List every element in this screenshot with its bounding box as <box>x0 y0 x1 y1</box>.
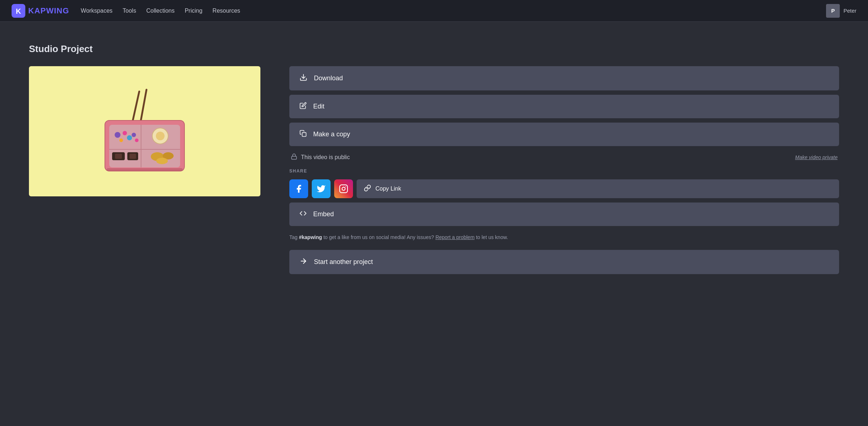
svg-rect-19 <box>129 154 136 159</box>
logo-icon: K <box>12 4 25 18</box>
content-area: Download Edit <box>29 66 839 274</box>
svg-point-22 <box>156 158 168 164</box>
edit-button[interactable]: Edit <box>289 95 839 118</box>
download-button[interactable]: Download <box>289 66 839 90</box>
svg-point-13 <box>135 139 139 142</box>
navbar-right: P Peter <box>826 4 856 18</box>
page-title: Studio Project <box>29 43 839 55</box>
link-icon <box>364 184 371 193</box>
facebook-share-button[interactable] <box>289 179 308 198</box>
svg-rect-26 <box>292 156 297 159</box>
copy-icon <box>299 130 307 139</box>
edit-icon <box>299 102 307 111</box>
make-private-link[interactable]: Make video private <box>795 154 838 160</box>
make-copy-button[interactable]: Make a copy <box>289 123 839 146</box>
svg-line-3 <box>140 90 146 123</box>
video-thumbnail <box>29 66 260 196</box>
nav-item-workspaces[interactable]: Workspaces <box>81 8 112 14</box>
svg-rect-17 <box>115 154 122 159</box>
user-name: Peter <box>843 8 856 14</box>
video-preview <box>29 66 260 196</box>
tag-text: Tag #kapwing to get a like from us on so… <box>289 230 839 244</box>
share-label: SHARE <box>289 169 839 174</box>
start-another-project-button[interactable]: Start another project <box>289 250 839 274</box>
user-avatar[interactable]: P <box>826 4 840 18</box>
report-problem-link[interactable]: Report a problem <box>435 234 475 240</box>
tag-prefix: Tag <box>289 234 299 240</box>
share-section: SHARE <box>289 169 839 175</box>
embed-button[interactable]: Embed <box>289 203 839 226</box>
main-content: Studio Project <box>0 22 868 296</box>
svg-text:K: K <box>16 7 21 15</box>
bento-illustration <box>83 84 206 178</box>
svg-rect-5 <box>109 125 180 167</box>
download-icon <box>299 73 307 83</box>
svg-point-15 <box>156 132 165 140</box>
copy-link-button[interactable]: Copy Link <box>357 179 839 198</box>
navbar-left: K KAPWING Workspaces Tools Collections P… <box>12 4 240 18</box>
tag-suffix: to let us know. <box>475 234 508 240</box>
visibility-row: This video is public Make video private <box>289 150 839 164</box>
tag-middle: to get a like from us on social media! A… <box>322 234 435 240</box>
visibility-left: This video is public <box>291 153 350 161</box>
instagram-share-button[interactable] <box>334 179 353 198</box>
svg-rect-25 <box>302 133 306 137</box>
lock-icon <box>291 153 297 161</box>
svg-point-9 <box>123 131 127 135</box>
svg-point-12 <box>132 133 136 137</box>
svg-point-8 <box>115 132 120 138</box>
svg-rect-27 <box>340 185 348 193</box>
svg-point-11 <box>119 139 123 142</box>
nav-links: Workspaces Tools Collections Pricing Res… <box>81 8 240 14</box>
nav-item-tools[interactable]: Tools <box>123 8 136 14</box>
nav-item-collections[interactable]: Collections <box>146 8 174 14</box>
actions-panel: Download Edit <box>289 66 839 274</box>
svg-rect-23 <box>107 168 183 171</box>
share-row: Copy Link <box>289 179 839 198</box>
embed-icon <box>299 210 307 219</box>
twitter-share-button[interactable] <box>312 179 331 198</box>
navbar: K KAPWING Workspaces Tools Collections P… <box>0 0 868 22</box>
svg-point-10 <box>127 135 132 140</box>
logo-text: KAPWING <box>28 6 69 16</box>
arrow-right-icon <box>299 257 307 267</box>
logo[interactable]: K KAPWING <box>12 4 69 18</box>
svg-line-2 <box>132 91 139 124</box>
nav-item-pricing[interactable]: Pricing <box>185 8 203 14</box>
nav-item-resources[interactable]: Resources <box>213 8 240 14</box>
visibility-label: This video is public <box>301 154 350 161</box>
tag-hashtag: #kapwing <box>299 234 322 240</box>
